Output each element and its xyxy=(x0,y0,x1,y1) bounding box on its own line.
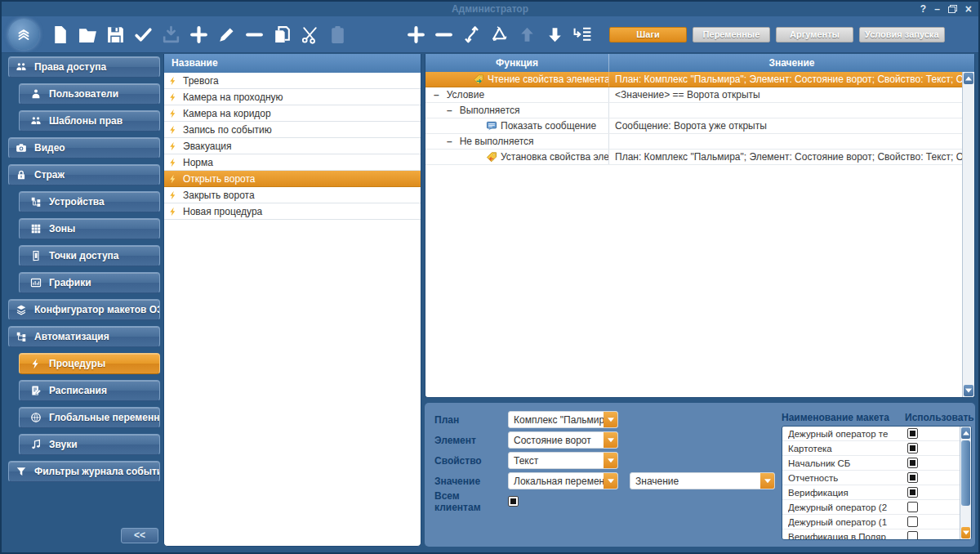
layouts-header: Наименование макета Использовать xyxy=(782,409,972,426)
sidebar-item-global-variables[interactable]: Глобальные переменные xyxy=(19,407,160,428)
procedure-item[interactable]: Запись по событию xyxy=(164,122,421,138)
restore-icon[interactable] xyxy=(948,5,957,13)
sidebar-item-label: Конфигуратор макетов ОЗ xyxy=(34,304,160,315)
tab-steps[interactable]: Шаги xyxy=(609,27,687,42)
step-row[interactable]: Чтение свойства элементами планПлан: Ком… xyxy=(425,72,962,87)
step-row[interactable]: Выполняется xyxy=(425,103,962,118)
remove-button[interactable] xyxy=(240,20,268,48)
value-select[interactable]: Локальная переменная xyxy=(508,472,618,489)
steps-scrollbar[interactable] xyxy=(962,72,974,397)
plan-select[interactable]: Комплекс "Пальмира" xyxy=(508,411,618,428)
move-down-button[interactable] xyxy=(541,20,568,48)
layouts-scrollbar[interactable] xyxy=(960,427,971,539)
layout-use-checkbox[interactable] xyxy=(907,472,918,483)
dropdown-arrow-icon[interactable] xyxy=(604,412,617,427)
sidebar-item-timetables[interactable]: Расписания xyxy=(19,380,160,401)
goto-step-icon xyxy=(572,25,593,45)
sidebar-item-event-log-filters[interactable]: Фильтры журнала событий xyxy=(8,461,160,482)
dropdown-arrow-icon[interactable] xyxy=(604,453,617,468)
dropdown-arrow-icon[interactable] xyxy=(604,432,617,448)
move-up-icon xyxy=(517,25,537,45)
add-button[interactable] xyxy=(185,20,212,48)
scroll-down-button[interactable] xyxy=(961,527,970,538)
procedure-item[interactable]: Норма xyxy=(164,154,421,171)
procedure-item[interactable]: Камера на проходную xyxy=(164,89,421,105)
property-select[interactable]: Текст xyxy=(508,452,618,469)
close-button[interactable]: × xyxy=(965,2,972,16)
value-select-2[interactable]: Значение xyxy=(630,472,775,489)
sidebar-item-sounds[interactable]: Звуки xyxy=(19,434,160,455)
save-button[interactable] xyxy=(101,20,129,48)
cut-scissors-button[interactable] xyxy=(296,20,323,48)
column-value: Значение xyxy=(609,54,974,72)
scroll-up-button[interactable] xyxy=(964,73,973,84)
procedure-item[interactable]: Эвакуация xyxy=(164,138,421,154)
tree-collapse-icon[interactable] xyxy=(447,105,452,116)
right-pane: Функция Значение Чтение свойства элемент… xyxy=(425,54,975,547)
selected-value: Комплекс "Пальмира" xyxy=(509,412,604,427)
tab-variables[interactable]: Переменные xyxy=(693,27,770,42)
element-select[interactable]: Состояние ворот xyxy=(508,431,618,449)
sidebar-item-access-rights[interactable]: Права доступа xyxy=(8,56,160,78)
procedure-item[interactable]: Камера на коридор xyxy=(164,105,421,122)
minimize-button[interactable]: – xyxy=(934,2,940,16)
goto-step-button[interactable] xyxy=(568,20,596,48)
sidebar-item-guard[interactable]: Страж xyxy=(8,164,160,185)
layout-use-checkbox[interactable] xyxy=(907,502,918,512)
help-button[interactable]: ? xyxy=(920,2,926,16)
layout-name: Картотека xyxy=(788,444,907,453)
procedure-item[interactable]: Открыть ворота xyxy=(164,171,421,187)
sidebar-item-users[interactable]: Пользователи xyxy=(19,83,160,105)
dropdown-arrow-icon[interactable] xyxy=(604,473,617,489)
copy-icon xyxy=(272,25,292,45)
sidebar-item-access-points[interactable]: Точки доступа xyxy=(19,245,160,266)
procedure-item[interactable]: Новая процедура xyxy=(164,203,421,220)
add-button[interactable] xyxy=(402,20,430,48)
layout-use-checkbox[interactable] xyxy=(907,531,918,540)
sidebar-item-procedures[interactable]: Процедуры xyxy=(19,353,160,374)
move-down-icon xyxy=(545,25,565,45)
layout-use-checkbox[interactable] xyxy=(907,458,918,468)
sidebar-item-automation[interactable]: Автоматизация xyxy=(8,326,160,347)
scroll-down-button[interactable] xyxy=(964,385,973,396)
sidebar-item-zones[interactable]: Зоны xyxy=(19,218,160,239)
layout-use-checkbox[interactable] xyxy=(907,443,918,453)
sidebar-item-graphs[interactable]: Графики xyxy=(19,272,160,293)
step-row[interactable]: Показать сообщениеСообщение: Ворота уже … xyxy=(425,118,962,134)
apply-check-button[interactable] xyxy=(129,20,157,48)
step-row[interactable]: Условие<Значение> == Ворота открыты xyxy=(425,87,962,103)
edit-pencil-button[interactable] xyxy=(212,20,240,48)
procedure-item[interactable]: Закрыть ворота xyxy=(164,187,421,203)
sidebar-collapse-button[interactable]: << xyxy=(121,528,158,543)
paste-clipboard-button[interactable] xyxy=(323,20,351,48)
step-row[interactable]: Не выполняется xyxy=(425,134,962,150)
scroll-up-button[interactable] xyxy=(961,427,970,439)
layout-use-checkbox[interactable] xyxy=(907,516,918,527)
dropdown-arrow-icon[interactable] xyxy=(760,473,774,489)
layout-use-checkbox[interactable] xyxy=(907,487,918,498)
open-folder-button[interactable] xyxy=(74,20,101,48)
sidebar-item-video[interactable]: Видео xyxy=(8,137,160,159)
sidebar-item-devices[interactable]: Устройства xyxy=(19,191,160,212)
layout-row: Верификация в Поляр xyxy=(782,529,960,540)
import-download-button[interactable] xyxy=(157,20,185,48)
sidebar-item-rights-templates[interactable]: Шаблоны прав xyxy=(19,110,160,132)
move-up-button[interactable] xyxy=(513,20,541,48)
recycle-button[interactable] xyxy=(485,20,513,48)
layout-row: Отчетность xyxy=(782,471,960,485)
scroll-thumb[interactable] xyxy=(961,440,970,506)
procedure-item[interactable]: Тревога xyxy=(164,73,421,89)
copy-button[interactable] xyxy=(268,20,296,48)
tab-launch-conditions[interactable]: Условия запуска xyxy=(859,27,945,42)
layout-use-checkbox[interactable] xyxy=(907,428,918,439)
tree-collapse-icon[interactable] xyxy=(434,89,439,101)
tab-arguments[interactable]: Аргументы xyxy=(776,27,853,42)
remove-button[interactable] xyxy=(430,20,457,48)
sidebar-item-layout-configurator[interactable]: Конфигуратор макетов ОЗ xyxy=(8,299,160,320)
all-clients-checkbox[interactable] xyxy=(508,496,519,507)
new-document-button[interactable] xyxy=(46,20,74,48)
field-label-plan: План xyxy=(434,414,508,426)
step-row[interactable]: Установка свойства элементПлан: Комплекс… xyxy=(425,150,962,165)
tree-collapse-icon[interactable] xyxy=(447,136,452,147)
convert-route-button[interactable] xyxy=(457,20,485,48)
